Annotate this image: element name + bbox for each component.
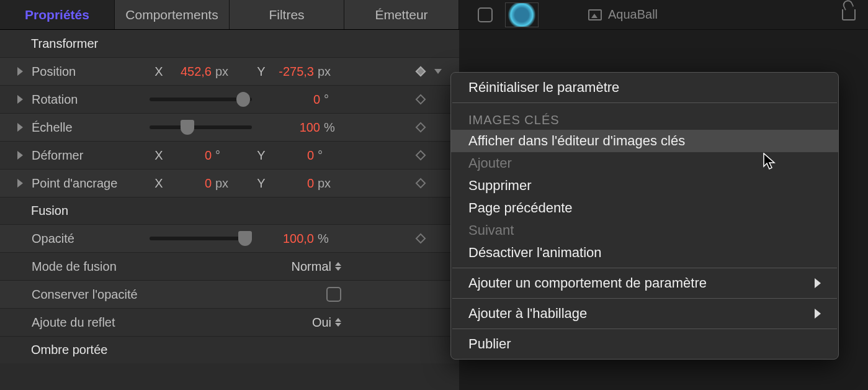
position-x-value[interactable]: 452,6 bbox=[168, 65, 212, 79]
menu-delete-keyframe[interactable]: Supprimer bbox=[451, 175, 838, 197]
blendmode-label: Mode de fusion bbox=[32, 260, 150, 274]
rotation-unit: ° bbox=[320, 93, 342, 107]
menu-separator bbox=[452, 298, 837, 299]
row-scale[interactable]: Échelle 100 % bbox=[0, 113, 459, 141]
anchor-y-unit: px bbox=[314, 176, 336, 191]
inspector-panel: Propriétés Comportements Filtres Émetteu… bbox=[0, 0, 459, 390]
tab-emitter[interactable]: Émetteur bbox=[344, 0, 459, 29]
preserve-label: Conserver l'opacité bbox=[32, 288, 218, 302]
updown-arrows-icon bbox=[335, 262, 341, 271]
anchor-y-value[interactable]: 0 bbox=[271, 176, 314, 191]
section-blend[interactable]: Fusion bbox=[0, 197, 459, 224]
disclosure-icon[interactable] bbox=[17, 151, 23, 160]
anchor-label: Point d'ancrage bbox=[32, 176, 150, 191]
reflection-label: Ajoute du reflet bbox=[32, 315, 150, 330]
blendmode-popup[interactable]: Normal bbox=[292, 260, 341, 274]
tab-properties[interactable]: Propriétés bbox=[0, 0, 115, 29]
anchor-x-unit: px bbox=[212, 176, 234, 191]
shear-y-value[interactable]: 0 bbox=[271, 148, 314, 163]
anchor-x-value[interactable]: 0 bbox=[168, 176, 212, 191]
row-blendmode[interactable]: Mode de fusion Normal bbox=[0, 252, 459, 280]
scale-label: Échelle bbox=[32, 120, 150, 135]
menu-disable-animation[interactable]: Désactiver l'animation bbox=[451, 242, 838, 264]
section-dropshadow[interactable]: Ombre portée bbox=[0, 336, 459, 363]
menu-reset-parameter[interactable]: Réinitialiser le paramètre bbox=[451, 76, 838, 99]
layer-header: AquaBall bbox=[459, 0, 868, 30]
layer-name[interactable]: AquaBall bbox=[588, 7, 658, 22]
opacity-value[interactable]: 100,0 bbox=[252, 232, 314, 246]
row-preserve-opacity[interactable]: Conserver l'opacité bbox=[0, 280, 459, 308]
position-y-value[interactable]: -275,3 bbox=[271, 65, 314, 79]
chevron-down-icon[interactable] bbox=[434, 69, 442, 74]
menu-keyframes-header: IMAGES CLÉS bbox=[451, 107, 838, 130]
y-label: Y bbox=[252, 148, 271, 163]
row-reflection[interactable]: Ajoute du reflet Oui bbox=[0, 308, 459, 336]
menu-separator bbox=[452, 329, 837, 329]
menu-previous-keyframe[interactable]: Page précédente bbox=[451, 197, 838, 219]
keyframe-diamond-icon[interactable] bbox=[416, 94, 426, 105]
preserve-checkbox[interactable] bbox=[326, 287, 341, 302]
disclosure-icon[interactable] bbox=[17, 179, 23, 188]
row-shear[interactable]: Déformer X 0 ° Y 0 ° bbox=[0, 141, 459, 169]
layer-visible-checkbox[interactable] bbox=[478, 7, 493, 22]
row-rotation[interactable]: Rotation 0 ° bbox=[0, 85, 459, 113]
keyframe-diamond-icon[interactable] bbox=[416, 178, 426, 189]
position-label: Position bbox=[32, 65, 150, 79]
reflection-value: Oui bbox=[312, 315, 331, 330]
rotation-slider[interactable] bbox=[150, 98, 252, 101]
tab-behaviors[interactable]: Comportements bbox=[115, 0, 230, 29]
x-label: X bbox=[150, 176, 168, 191]
row-anchor[interactable]: Point d'ancrage X 0 px Y 0 px bbox=[0, 169, 459, 197]
animation-context-menu: Réinitialiser le paramètre IMAGES CLÉS A… bbox=[450, 72, 839, 360]
row-position[interactable]: Position X 452,6 px Y -275,3 px bbox=[0, 57, 459, 85]
shear-x-value[interactable]: 0 bbox=[168, 148, 212, 163]
keyframe-diamond-icon[interactable] bbox=[416, 122, 426, 133]
shear-x-unit: ° bbox=[212, 148, 234, 163]
position-y-unit: px bbox=[314, 65, 336, 79]
section-transform[interactable]: Transformer bbox=[0, 30, 459, 57]
menu-show-in-keyframe-editor[interactable]: Afficher dans l'éditeur d'images clés bbox=[451, 130, 838, 152]
position-x-unit: px bbox=[212, 65, 234, 79]
x-label: X bbox=[150, 65, 168, 79]
menu-separator bbox=[452, 102, 837, 103]
scale-value[interactable]: 100 bbox=[252, 120, 320, 135]
menu-next-keyframe: Suivant bbox=[451, 219, 838, 242]
shear-y-unit: ° bbox=[314, 148, 336, 163]
menu-separator bbox=[452, 268, 837, 268]
keyframe-diamond-icon[interactable] bbox=[416, 66, 426, 77]
blendmode-value: Normal bbox=[292, 260, 331, 274]
rotation-value[interactable]: 0 bbox=[252, 93, 320, 107]
reflection-popup[interactable]: Oui bbox=[312, 315, 341, 330]
opacity-unit: % bbox=[314, 232, 336, 246]
menu-publish[interactable]: Publier bbox=[451, 333, 838, 355]
disclosure-icon[interactable] bbox=[17, 67, 23, 76]
row-opacity[interactable]: Opacité 100,0 % bbox=[0, 224, 459, 252]
menu-add-to-rig[interactable]: Ajouter à l'habillage bbox=[451, 302, 838, 325]
rotation-label: Rotation bbox=[32, 93, 150, 107]
inspector-tabs: Propriétés Comportements Filtres Émetteu… bbox=[0, 0, 459, 30]
menu-add-parameter-behavior[interactable]: Ajouter un comportement de paramètre bbox=[451, 272, 838, 294]
opacity-label: Opacité bbox=[32, 232, 150, 246]
shear-label: Déformer bbox=[32, 148, 150, 163]
disclosure-icon[interactable] bbox=[17, 123, 23, 132]
disclosure-icon[interactable] bbox=[17, 95, 23, 104]
image-icon bbox=[588, 9, 602, 20]
keyframe-diamond-icon[interactable] bbox=[416, 150, 426, 161]
updown-arrows-icon bbox=[335, 318, 341, 327]
tab-filters[interactable]: Filtres bbox=[230, 0, 344, 29]
submenu-arrow-icon bbox=[815, 309, 821, 319]
layer-thumbnail[interactable] bbox=[505, 2, 539, 27]
scale-slider[interactable] bbox=[150, 125, 252, 129]
x-label: X bbox=[150, 148, 168, 163]
submenu-arrow-icon bbox=[815, 278, 821, 288]
y-label: Y bbox=[252, 65, 271, 79]
y-label: Y bbox=[252, 176, 271, 191]
scale-unit: % bbox=[320, 120, 342, 135]
keyframe-diamond-icon[interactable] bbox=[416, 234, 426, 244]
opacity-slider[interactable] bbox=[150, 237, 252, 240]
menu-add-keyframe: Ajouter bbox=[451, 152, 838, 175]
lock-icon[interactable] bbox=[842, 9, 856, 20]
